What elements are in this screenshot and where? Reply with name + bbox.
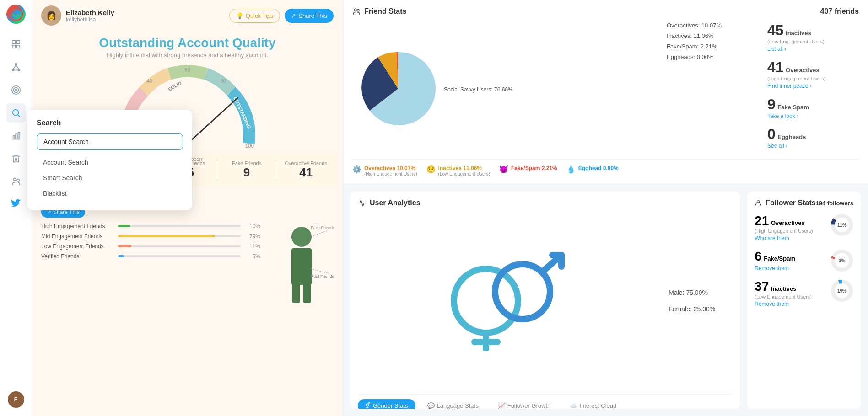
svg-point-32 <box>291 227 312 247</box>
follower-overactives-num: 21 <box>755 213 769 228</box>
follower-fakespam-row: 6 Fake/Spam Remove them 3% <box>755 249 853 272</box>
svg-line-9 <box>16 65 19 69</box>
tab-follower-growth[interactable]: 📈 Follower Growth <box>491 399 558 409</box>
share-this-button-header[interactable]: ↗ Share This <box>285 9 334 23</box>
svg-text:SOLID: SOLID <box>167 80 183 92</box>
sidebar-item-twitter[interactable] <box>6 195 26 214</box>
svg-rect-18 <box>16 134 17 139</box>
analytics-tabs: ⚥ Gender Stats 💬 Language Stats 📈 Follow… <box>358 394 733 409</box>
friend-stats-header: Friend Stats 407 friends <box>352 7 859 16</box>
user-avatar-sidebar[interactable]: E <box>8 391 24 408</box>
stat-inactives: 45 Inactives (Low Engagement Users) List… <box>767 22 859 53</box>
sidebar-item-chart[interactable] <box>6 126 26 145</box>
gender-tab-icon: ⚥ <box>365 402 371 409</box>
tab-gender-stats[interactable]: ⚥ Gender Stats <box>358 399 415 409</box>
follower-fakespam-label: Fake/Spam <box>764 255 795 262</box>
tab-language-stats[interactable]: 💬 Language Stats <box>420 399 486 409</box>
legend-overactives: Overactives: 10.07% <box>667 22 758 29</box>
svg-rect-4 <box>16 45 19 48</box>
sidebar-item-trash[interactable] <box>6 149 26 168</box>
friend-stats-title: Friend Stats <box>352 7 406 16</box>
inactives-icon: 😟 <box>426 165 436 174</box>
svg-text:40: 40 <box>146 78 152 84</box>
bottom-section: User Analytics <box>343 184 868 416</box>
list-all-link[interactable]: List all › <box>767 46 786 52</box>
svg-line-38 <box>311 269 329 273</box>
right-panel: Friend Stats 407 friends <box>343 0 868 416</box>
svg-line-29 <box>188 98 238 144</box>
svg-point-20 <box>13 178 16 181</box>
sidebar-item-network[interactable] <box>6 58 26 77</box>
svg-line-8 <box>13 65 16 69</box>
search-menu-blacklist[interactable]: Blacklist <box>37 186 183 201</box>
svg-rect-34 <box>292 283 300 303</box>
search-menu-smart[interactable]: Smart Search <box>37 170 183 186</box>
analytics-header: User Analytics <box>358 199 733 207</box>
app-logo[interactable] <box>6 5 26 24</box>
remove-them-link-fakespam[interactable]: Remove them <box>755 265 789 272</box>
quick-tips-button[interactable]: 💡 Quick Tips <box>229 9 280 23</box>
inactives-donut-label: 19% <box>837 288 846 293</box>
stat-overactives: 41 Overactives (High Engagement Users) F… <box>767 59 859 90</box>
follower-count: 194 followers <box>816 200 853 207</box>
sidebar-item-search[interactable] <box>6 103 26 123</box>
search-input-wrap[interactable] <box>37 133 183 150</box>
sidebar: E <box>0 0 32 416</box>
svg-rect-19 <box>18 133 20 139</box>
svg-rect-17 <box>13 136 15 139</box>
overactives-icon: ⚙️ <box>352 165 361 174</box>
svg-point-5 <box>15 64 17 65</box>
sidebar-item-people[interactable] <box>6 172 26 191</box>
remove-them-link-inactives[interactable]: Remove them <box>755 301 789 307</box>
svg-text:60: 60 <box>184 67 190 73</box>
svg-rect-2 <box>16 41 19 43</box>
inactives-donut: 19% <box>830 279 853 302</box>
friend-stats-panel: Friend Stats 407 friends <box>343 0 868 184</box>
see-all-link[interactable]: See all › <box>767 143 859 149</box>
search-overlay: Search Account Search Smart Search Black… <box>27 110 192 210</box>
quality-subtitle: Highly influential with strong presence … <box>41 52 334 59</box>
user-analytics-panel: User Analytics <box>350 192 740 409</box>
find-inner-peace-link[interactable]: Find inner peace › <box>767 83 812 89</box>
analytics-title: User Analytics <box>358 199 421 207</box>
svg-point-13 <box>15 89 17 91</box>
svg-text:Real Friends: 97.79%: Real Friends: 97.79% <box>311 274 334 279</box>
friend-stats-sidebar: 45 Inactives (Low Engagement Users) List… <box>767 22 859 155</box>
stat-eggheads: 0 Eggheads See all › <box>767 126 859 149</box>
search-input[interactable] <box>43 138 176 145</box>
bar-verified-friends: Verified Friends 5% <box>41 253 260 260</box>
search-overlay-title: Search <box>37 119 183 127</box>
left-header: 👩 Elizabeth Kelly kellybethlisa 💡 Quick … <box>32 0 343 31</box>
friend-count: 407 friends <box>820 7 859 16</box>
who-are-them-link[interactable]: Who are them <box>755 235 789 241</box>
follower-overactives-row: 21 Overactives (High Engagement Users) W… <box>755 213 853 242</box>
search-menu-account[interactable]: Account Search <box>37 155 183 170</box>
friend-stats-content: Social Savvy Users: 76.66% Overactives: … <box>352 22 859 155</box>
svg-text:80: 80 <box>220 78 226 84</box>
svg-rect-3 <box>12 45 15 48</box>
take-a-look-link[interactable]: Take a look › <box>767 113 859 119</box>
svg-point-42 <box>454 269 518 333</box>
svg-point-12 <box>13 88 18 93</box>
badge-inactives: 😟 Inactives 11.06% (Low Engagement Users… <box>426 165 490 176</box>
follower-inactives-sub: (Low Engagement Users) <box>755 294 812 299</box>
fakespam-icon: 😈 <box>499 165 508 174</box>
quality-highlight: Outstanding <box>99 36 174 50</box>
follower-stats-panel: Follower Stats 194 followers 21 Overacti… <box>747 192 861 409</box>
language-tab-icon: 💬 <box>427 402 435 409</box>
share-icon-header: ↗ <box>291 12 296 19</box>
male-stat: Male: 75.00% <box>669 289 733 296</box>
follower-stats-header: Follower Stats 194 followers <box>755 199 853 207</box>
gender-svg <box>436 251 582 351</box>
gender-stats-text: Male: 75.00% Female: 25.00% <box>659 211 733 390</box>
sidebar-item-dashboard[interactable] <box>6 35 26 54</box>
user-handle: kellybethlisa <box>66 16 114 23</box>
sidebar-item-target[interactable] <box>6 80 26 100</box>
follower-stats-icon <box>755 199 762 207</box>
svg-point-21 <box>16 179 19 182</box>
tab-interest-cloud[interactable]: ☁️ Interest Cloud <box>562 399 624 409</box>
interest-cloud-tab-icon: ☁️ <box>570 402 577 409</box>
pie-chart <box>352 48 444 130</box>
legend-eggheads: Eggheads: 0.00% <box>667 53 758 60</box>
legend-fakespam: Fake/Spam: 2.21% <box>667 43 758 50</box>
